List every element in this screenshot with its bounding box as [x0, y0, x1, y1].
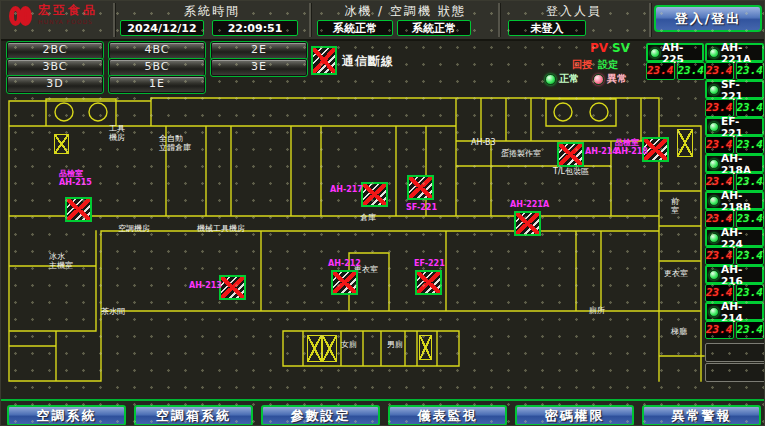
room-label: 冰水主機室 [49, 253, 73, 270]
floor-button-5bc[interactable]: 5BC [109, 59, 205, 76]
disconnected-unit-icon-ah-215[interactable] [65, 197, 92, 222]
normal-label: 正常 [559, 72, 579, 86]
disconnected-unit-icon-sf-221[interactable] [407, 175, 434, 200]
sv-value: 23.4 [677, 62, 706, 80]
stair-icon [322, 335, 337, 362]
room-label: 空調機房 [118, 225, 150, 234]
disconnected-unit-icon-ah-212[interactable] [331, 270, 358, 295]
disconnected-unit-icon-ef-221[interactable] [415, 270, 442, 295]
unit-id-label: SF-221 [721, 78, 761, 102]
unit-label-ef-221: EF-221 [414, 260, 445, 269]
room-label: 女廁 [341, 341, 357, 350]
ac-status-box: 系統正常 [397, 20, 471, 36]
stair-icon [677, 129, 693, 157]
panel-values-ah-225: 23.423.4 [646, 62, 704, 80]
panel-unit-ah-218b[interactable]: AH-218B [705, 191, 764, 210]
unit-status-led-icon [709, 233, 719, 243]
unit-id-label: AH-224 [721, 226, 761, 250]
panel-unit-sf-221[interactable]: SF-221 [705, 80, 764, 99]
pv-label: PV [590, 41, 608, 55]
room-label: T/L包裝區 [553, 168, 589, 177]
pv-value: 23.4 [705, 321, 734, 339]
unit-status-led-icon [650, 48, 660, 58]
abnormal-led-icon [593, 74, 604, 85]
floor-button-3bc[interactable]: 3BC [7, 59, 103, 76]
room-label: 男廁 [387, 341, 403, 350]
panel-unit-ef-221[interactable]: EF-221 [705, 117, 764, 136]
room-label: AH-B3 [471, 139, 496, 148]
stair-icon [307, 335, 322, 362]
unit-label-sf-221: SF-221 [406, 204, 437, 213]
unit-id-label: AH-221A [721, 41, 761, 65]
floor-button-2e[interactable]: 2E [211, 42, 307, 59]
room-label: 蛋捲製作室 [501, 150, 541, 159]
disconnected-unit-icon-ah-213[interactable] [219, 275, 246, 300]
nav-button-6[interactable]: 異常警報 [642, 405, 761, 426]
unit-status-led-icon [709, 85, 719, 95]
unit-status-led-icon [709, 48, 719, 58]
panel-empty-slot [705, 343, 765, 362]
logo-subtitle: HUNYA FOODS [38, 16, 98, 28]
machine-status-label: 冰機 / 空調機 狀態 [313, 3, 497, 20]
panel-unit-ah-214[interactable]: AH-214 [705, 302, 764, 321]
stair-icon [54, 134, 69, 154]
room-label: 全自動立體倉庫 [159, 135, 191, 152]
hmi-screen: 宏亞食品 HUNYA FOODS 系統時間 2024/12/12 22:09:5… [0, 0, 765, 426]
normal-led-icon [545, 74, 556, 85]
unit-id-label: AH-214 [721, 300, 761, 324]
floor-button-3e[interactable]: 3E [211, 59, 307, 76]
disconnected-unit-icon-ah-217[interactable] [361, 182, 388, 207]
unit-label-ah-213: AH-213 [189, 282, 222, 291]
sv-label: SV [612, 41, 630, 55]
panel-unit-ah-218a[interactable]: AH-218A [705, 154, 764, 173]
unit-status-led-icon [709, 270, 719, 280]
unit-id-label: AH-216 [721, 263, 761, 287]
sv-value: 23.4 [736, 321, 765, 339]
login-status-box: 未登入 [508, 20, 586, 36]
logo-icon [19, 6, 32, 26]
disconnected-unit-icon-ah-214[interactable] [557, 142, 584, 167]
room-label: 工具機房 [109, 125, 125, 142]
panel-empty-slot [705, 363, 765, 382]
floor-button-4bc[interactable]: 4BC [109, 42, 205, 59]
pv-value: 23.4 [646, 62, 675, 80]
disconnected-unit-icon-ah-221a[interactable] [514, 211, 541, 236]
room-label: 梯廳 [671, 328, 687, 337]
room-label: 茶水間 [101, 308, 125, 317]
panel-unit-ah-225[interactable]: AH-225 [646, 43, 704, 62]
divider [309, 3, 312, 37]
company-logo: 宏亞食品 HUNYA FOODS [9, 4, 98, 28]
room-label: 前室 [671, 198, 679, 215]
unit-id-label: AH-218A [721, 152, 761, 176]
unit-id-label: AH-218B [721, 189, 761, 213]
nav-button-3[interactable]: 參數設定 [261, 405, 380, 426]
floor-button-2bc[interactable]: 2BC [7, 42, 103, 59]
unit-label-ah-217: AH-217 [330, 186, 363, 195]
floor-button-3d[interactable]: 3D [7, 76, 103, 93]
unit-label-ah-218: 品檢室AH-218 [615, 139, 648, 156]
logo-title: 宏亞食品 [38, 4, 98, 16]
stair-icon [419, 335, 432, 360]
nav-button-5[interactable]: 密碼權限 [515, 405, 634, 426]
unit-id-label: EF-221 [721, 115, 761, 139]
unit-label-ah-221a: AH-221A [510, 201, 549, 210]
nav-button-1[interactable]: 空調系統 [7, 405, 126, 426]
floor-button-1e[interactable]: 1E [109, 76, 205, 93]
comm-fail-icon [311, 46, 337, 75]
chiller-status-box: 系統正常 [317, 20, 393, 36]
normal-legend: 正常 [545, 72, 579, 86]
login-logout-button[interactable]: 登入/登出 [654, 5, 762, 32]
room-label: 廁所 [589, 307, 605, 316]
abnormal-legend: 異常 [593, 72, 627, 86]
feedback-label: 回授 [572, 58, 592, 72]
unit-status-led-icon [709, 122, 719, 132]
time-display: 22:09:51 [212, 20, 298, 36]
unit-status-led-icon [709, 196, 719, 206]
header-bar: 宏亞食品 HUNYA FOODS 系統時間 2024/12/12 22:09:5… [1, 1, 765, 41]
nav-button-4[interactable]: 儀表監視 [388, 405, 507, 426]
nav-button-2[interactable]: 空調箱系統 [134, 405, 253, 426]
panel-unit-ah-216[interactable]: AH-216 [705, 265, 764, 284]
panel-unit-ah-224[interactable]: AH-224 [705, 228, 764, 247]
unit-label-ah-212: AH-212 [328, 260, 361, 269]
panel-unit-ah-221a[interactable]: AH-221A [705, 43, 764, 62]
